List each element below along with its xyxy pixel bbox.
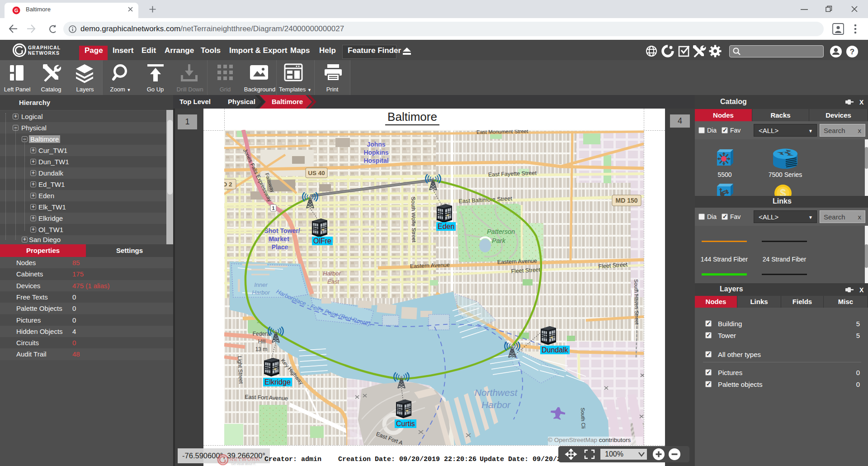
svg-text:South Cli: South Cli: [580, 408, 586, 429]
svg-text:G: G: [14, 8, 19, 13]
svg-text:Johns: Johns: [367, 141, 385, 148]
svg-text:NETWORKS: NETWORKS: [230, 456, 260, 462]
svg-text:Northwest: Northwest: [475, 387, 518, 398]
svg-text:Harbor: Harbor: [481, 399, 511, 410]
svg-text:$: $: [780, 187, 786, 196]
svg-text:Place: Place: [272, 243, 288, 251]
svg-text:US 40: US 40: [308, 170, 325, 176]
svg-text:D 2: D 2: [224, 181, 232, 188]
svg-text:Hospital: Hospital: [363, 157, 388, 164]
svg-text:NETWORKS: NETWORKS: [28, 50, 60, 56]
svg-text:South Haven Street: South Haven Street: [633, 279, 640, 325]
svg-text:Hill: Hill: [258, 338, 266, 345]
svg-text:Market: Market: [269, 235, 289, 243]
svg-text:Shot Tower/: Shot Tower/: [264, 227, 300, 234]
svg-text:Park: Park: [492, 237, 506, 244]
svg-text:Hopkins: Hopkins: [363, 149, 388, 156]
svg-text:X: X: [859, 286, 864, 294]
svg-text:South Wolfe Street: South Wolfe Street: [410, 197, 417, 243]
svg-text:GRAPHICAL: GRAPHICAL: [28, 45, 61, 50]
svg-text:MD 150: MD 150: [615, 197, 637, 204]
svg-text:Inner: Inner: [254, 281, 268, 288]
svg-text:Patterson: Patterson: [487, 228, 515, 235]
svg-text:Harbor: Harbor: [323, 270, 341, 277]
svg-text:1: 1: [272, 205, 274, 211]
svg-text:East: East: [327, 278, 340, 285]
svg-text:Harbor: Harbor: [252, 289, 270, 296]
svg-text:Get visual about IT.: Get visual about IT.: [231, 462, 256, 466]
svg-text:?: ?: [850, 48, 854, 56]
svg-text:13 m: 13 m: [255, 346, 268, 352]
svg-text:X: X: [859, 99, 864, 106]
